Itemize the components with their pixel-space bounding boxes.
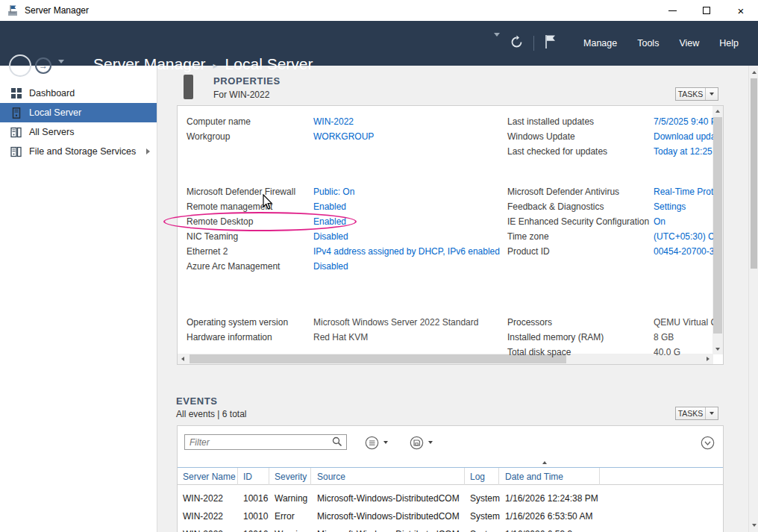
menu-view[interactable]: View — [679, 38, 699, 48]
event-cell: 1/16/2026 12:24:38 PM — [505, 489, 598, 507]
property-value[interactable]: On — [654, 216, 713, 227]
property-value[interactable]: Today at 12:25 — [654, 146, 713, 157]
chevron-circle-icon — [701, 436, 715, 450]
server-list-dropdown[interactable] — [494, 37, 500, 50]
window-title: Server Manager — [25, 5, 89, 16]
property-label: Time zone — [507, 231, 549, 242]
property-row: ProcessorsQEMU Virtual C — [178, 317, 712, 332]
event-cell: Warning — [275, 489, 307, 507]
dashboard-icon — [10, 88, 22, 99]
property-row: Azure Arc ManagementDisabled — [178, 261, 712, 276]
property-value[interactable]: 00454-20700-3 — [654, 246, 713, 257]
chevron-down-icon — [494, 33, 500, 49]
sidebar-item-label: File and Storage Services — [29, 146, 136, 157]
back-button[interactable]: ← — [9, 54, 31, 77]
property-value[interactable]: Download upda — [654, 131, 713, 142]
maximize-button[interactable] — [689, 0, 724, 21]
column-header-server-name[interactable]: Server Name — [183, 468, 238, 485]
properties-tile-icon — [184, 75, 193, 99]
collapse-section-button[interactable] — [701, 436, 715, 453]
event-table-row[interactable]: WIN-202210016WarningMicrosoft-Windows-Di… — [178, 489, 723, 507]
column-header-log[interactable]: Log — [470, 468, 499, 485]
property-value: 8 GB — [654, 332, 713, 342]
events-save-query-button[interactable] — [410, 435, 445, 450]
column-header-date-and-time[interactable]: Date and Time — [505, 468, 600, 485]
tasks-dropdown-arrow[interactable] — [706, 412, 718, 415]
property-value[interactable]: 7/5/2025 9:40 P — [654, 116, 713, 127]
property-label: Product ID — [507, 246, 550, 257]
property-value[interactable]: Disabled — [313, 261, 500, 272]
flag-icon — [544, 34, 557, 50]
events-section-subtitle: All events | 6 total — [176, 409, 247, 419]
property-value[interactable]: Real-Time Prote — [654, 187, 713, 197]
property-row: Installed memory (RAM)8 GB — [178, 332, 712, 347]
storage-icon — [10, 146, 22, 157]
notifications-flag-button[interactable] — [544, 34, 557, 53]
nav-history-dropdown[interactable] — [58, 63, 64, 77]
column-header-source[interactable]: Source — [317, 468, 465, 485]
servers-icon — [10, 127, 22, 138]
properties-section-title: PROPERTIES — [213, 75, 281, 87]
sidebar-item-local-server[interactable]: Local Server — [0, 103, 157, 122]
properties-vertical-scrollbar[interactable] — [712, 106, 723, 354]
sidebar-item-dashboard[interactable]: Dashboard — [0, 84, 157, 103]
events-section-title: EVENTS — [176, 395, 218, 407]
property-row: Time zone(UTC+05:30) Ch — [178, 231, 712, 246]
close-button[interactable]: × — [724, 0, 758, 21]
chevron-right-icon — [146, 148, 150, 154]
scroll-down-button[interactable] — [749, 520, 758, 531]
scrollbar-thumb[interactable] — [713, 117, 722, 334]
event-cell: 1/16/2026 6:53:50 AM — [505, 507, 592, 525]
refresh-button[interactable] — [510, 35, 524, 52]
property-label: Processors — [507, 317, 552, 328]
breadcrumb: Server Manager ▸ Local Server — [93, 55, 313, 73]
property-row: Total disk space40.0 G — [178, 347, 712, 362]
sidebar-item-file-and-storage-services[interactable]: File and Storage Services — [0, 142, 157, 161]
forward-arrow-icon: → — [39, 61, 48, 70]
minimize-button[interactable] — [655, 0, 689, 21]
properties-section-subtitle: For WIN-2022 — [213, 90, 269, 100]
property-value[interactable]: Settings — [654, 201, 713, 212]
column-header-severity[interactable]: Severity — [275, 468, 311, 485]
event-table-row[interactable]: WIN-202210016WarningMicrosoft-Windows-Di… — [178, 525, 723, 532]
forward-button[interactable]: → — [35, 57, 51, 74]
properties-tasks-button[interactable]: TASKS — [675, 87, 718, 101]
menu-tools[interactable]: Tools — [637, 38, 659, 48]
menu-help[interactable]: Help — [719, 38, 739, 48]
close-icon: × — [738, 5, 745, 16]
events-query-filter-button[interactable] — [365, 435, 401, 450]
triangle-up-icon — [715, 110, 720, 113]
main-vertical-scrollbar[interactable] — [748, 66, 758, 532]
scroll-down-button[interactable] — [712, 344, 723, 354]
breadcrumb-current[interactable]: Local Server — [225, 55, 313, 73]
event-cell: 1/16/2026 6:53:3 — [505, 525, 572, 532]
scroll-up-button[interactable] — [749, 67, 758, 78]
events-filter-input[interactable] — [184, 434, 347, 450]
sidebar-item-all-servers[interactable]: All Servers — [0, 122, 157, 142]
property-value: 40.0 G — [654, 347, 713, 357]
breadcrumb-root[interactable]: Server Manager — [93, 55, 206, 73]
column-header-id[interactable]: ID — [243, 468, 269, 485]
sidebar-item-label: All Servers — [29, 127, 74, 137]
title-bar: Server Manager × — [0, 0, 758, 21]
event-cell: 10016 — [243, 489, 268, 507]
chevron-down-icon — [710, 412, 714, 415]
saved-queries-icon — [365, 436, 379, 450]
property-value[interactable]: (UTC+05:30) Ch — [654, 231, 713, 242]
property-row: Last checked for updatesToday at 12:25 — [178, 146, 712, 161]
scroll-up-button[interactable] — [712, 106, 723, 116]
scrollbar-thumb[interactable] — [751, 78, 757, 269]
event-cell: WIN-2022 — [183, 507, 223, 525]
event-cell: 10016 — [243, 525, 268, 532]
event-table-row[interactable]: WIN-202210010ErrorMicrosoft-Windows-Dist… — [178, 507, 723, 525]
header-divider — [533, 36, 534, 51]
menu-manage[interactable]: Manage — [583, 38, 617, 48]
app-header: ← → Server Manager ▸ Local Server Manage… — [0, 21, 758, 66]
sidebar: DashboardLocal ServerAll ServersFile and… — [0, 66, 157, 532]
event-cell: System — [470, 507, 500, 525]
event-cell: Microsoft-Windows-DistributedCOM — [317, 525, 460, 532]
save-query-icon — [410, 436, 424, 450]
events-tasks-button[interactable]: TASKS — [675, 407, 718, 420]
breadcrumb-separator-icon: ▸ — [213, 58, 218, 71]
tasks-dropdown-arrow[interactable] — [706, 93, 718, 96]
